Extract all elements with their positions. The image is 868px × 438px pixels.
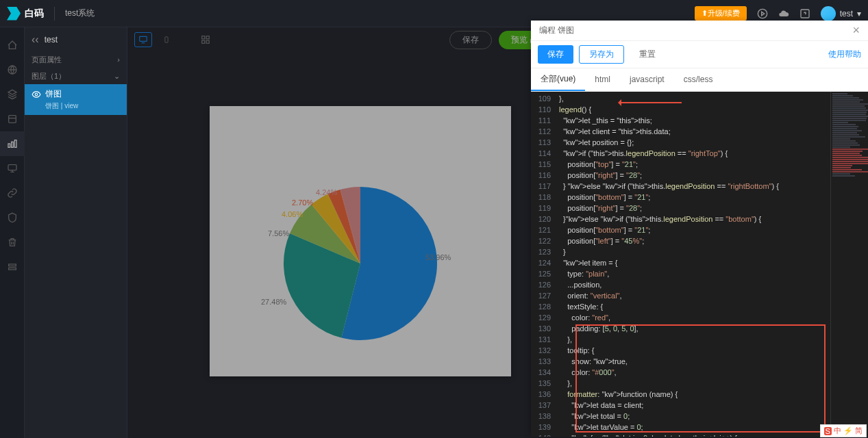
breadcrumb: ‹‹ test [25, 27, 127, 51]
layer-item[interactable]: 饼图 饼图 | view [25, 84, 127, 115]
panel-title: 编程 饼图 [539, 25, 574, 36]
play-circle-icon[interactable] [757, 8, 768, 19]
layer-name: 饼图 [45, 88, 62, 100]
rail-home-icon[interactable] [0, 33, 25, 57]
username: test [840, 9, 853, 18]
user-menu[interactable]: test ▾ [821, 6, 861, 21]
pie-label: 4.06% [282, 210, 303, 218]
left-rail [0, 27, 25, 438]
logo[interactable]: 白码 [7, 7, 44, 21]
avatar [821, 6, 836, 21]
layers-row[interactable]: 图层（1） ⌄ [25, 68, 127, 84]
svg-rect-5 [12, 142, 14, 147]
page-title: test [45, 35, 58, 44]
svg-rect-15 [202, 40, 205, 43]
svg-rect-11 [140, 36, 147, 41]
mobile-view-icon[interactable] [158, 32, 175, 47]
pie-label: 4.24% [316, 188, 337, 196]
page-props-row[interactable]: 页面属性 › [25, 51, 127, 68]
svg-rect-9 [9, 268, 16, 270]
svg-rect-13 [202, 36, 205, 38]
rail-monitor-icon[interactable] [0, 156, 25, 181]
svg-point-0 [758, 9, 767, 18]
chevron-down-icon: ▾ [857, 9, 861, 18]
back-button[interactable]: ‹‹ [32, 34, 39, 46]
rail-trash-icon[interactable] [0, 230, 25, 255]
logo-icon [7, 7, 21, 21]
tab-html[interactable]: html [585, 68, 620, 91]
brand-text: 白码 [25, 8, 44, 20]
annotation-arrow [620, 102, 682, 103]
rail-globe-icon[interactable] [0, 57, 25, 82]
code-save-button[interactable]: 保存 [538, 45, 573, 64]
rail-data-icon[interactable] [0, 107, 25, 131]
help-icon[interactable] [799, 8, 810, 19]
svg-rect-12 [165, 36, 168, 42]
tab-vue[interactable]: 全部(vue) [531, 68, 585, 91]
pie-label: 27.48% [261, 298, 286, 306]
pie-label: 53.96% [425, 253, 451, 261]
upgrade-button[interactable]: ⬆升级/续费 [695, 6, 747, 21]
svg-rect-3 [9, 116, 16, 123]
line-gutter: 109 110 111 112 113 114 115 116 117 118 … [531, 92, 555, 437]
tab-js[interactable]: javascript [620, 68, 674, 91]
minimap[interactable] [830, 92, 868, 437]
ime-badge[interactable]: S 中 ⚡ 简 [820, 424, 867, 437]
code-saveas-button[interactable]: 另存为 [579, 45, 624, 64]
tab-css[interactable]: css/less [674, 68, 723, 91]
sidebar: ‹‹ test 页面属性 › 图层（1） ⌄ 饼图 饼图 | view [25, 27, 127, 438]
grid-view-icon[interactable] [197, 32, 214, 47]
svg-rect-4 [8, 144, 10, 147]
code-reset-button[interactable]: 重置 [630, 45, 665, 64]
close-icon[interactable]: × [852, 23, 860, 38]
svg-rect-14 [206, 36, 209, 38]
pie-label: 7.56% [268, 229, 289, 237]
pie-label: 2.70% [292, 198, 313, 207]
divider [54, 7, 55, 21]
code-panel: 编程 饼图 × 保存 另存为 重置 使用帮助 全部(vue) html java… [531, 21, 868, 437]
svg-point-10 [35, 93, 38, 96]
save-button[interactable]: 保存 [449, 31, 492, 49]
rail-chart-icon[interactable] [0, 131, 25, 156]
svg-rect-8 [9, 264, 16, 266]
rail-settings-icon[interactable] [0, 255, 25, 279]
canvas[interactable]: 53.96% 27.48% 7.56% 4.06% 2.70% 4.24% [210, 106, 511, 376]
system-name: test系统 [65, 8, 95, 19]
cloud-icon[interactable] [778, 8, 789, 19]
svg-rect-7 [8, 165, 16, 170]
svg-rect-6 [14, 140, 16, 148]
desktop-view-icon[interactable] [134, 32, 152, 47]
pie-chart: 53.96% 27.48% 7.56% 4.06% 2.70% 4.24% [264, 168, 456, 359]
chevron-down-icon: ⌄ [114, 72, 120, 81]
svg-rect-16 [206, 40, 209, 43]
page-props-label: 页面属性 [32, 55, 62, 65]
code-body[interactable]: },legend() { "kw">let _this = "this">thi… [555, 92, 830, 437]
code-editor[interactable]: 109 110 111 112 113 114 115 116 117 118 … [531, 92, 868, 437]
rail-link-icon[interactable] [0, 181, 25, 205]
layer-subtitle: 饼图 | view [32, 101, 120, 111]
chevron-right-icon: › [117, 55, 120, 64]
rail-shield-icon[interactable] [0, 205, 25, 230]
rail-layers-icon[interactable] [0, 82, 25, 107]
help-link[interactable]: 使用帮助 [828, 49, 861, 60]
layers-label: 图层（1） [32, 71, 66, 81]
eye-icon[interactable] [32, 90, 41, 99]
code-tabs: 全部(vue) html javascript css/less [531, 68, 868, 92]
